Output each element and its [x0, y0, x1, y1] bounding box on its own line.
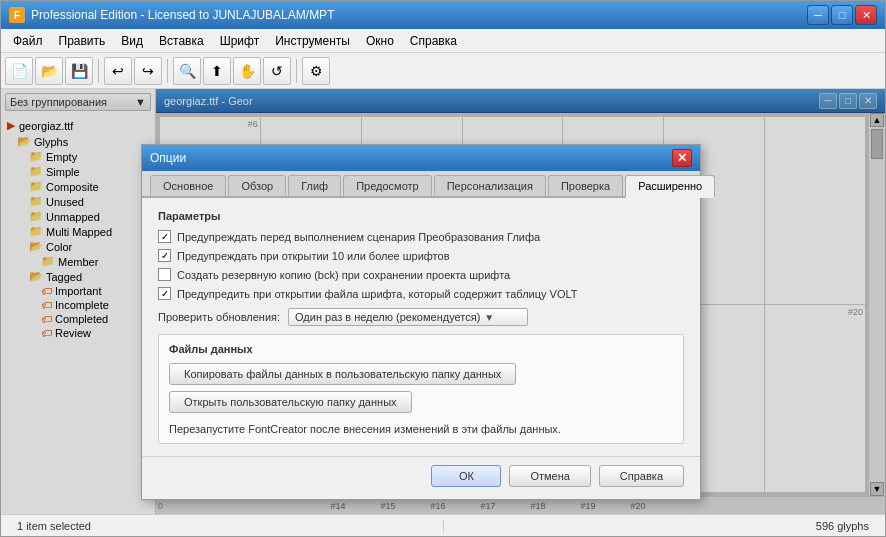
app-icon: F — [9, 7, 25, 23]
new-button[interactable]: 📄 — [5, 57, 33, 85]
window-close-button[interactable]: ✕ — [855, 5, 877, 25]
menu-insert[interactable]: Вставка — [151, 32, 212, 50]
dialog-title: Опции — [150, 151, 672, 165]
dialog-footer: ОК Отмена Справка — [142, 456, 700, 499]
checkbox-label-1: Предупреждать перед выполнением сценария… — [177, 231, 540, 243]
tab-preview[interactable]: Предосмотр — [343, 175, 432, 196]
checkbox-label-4: Предупредить при открытии файла шрифта, … — [177, 288, 578, 300]
checkbox-row-1: Предупреждать перед выполнением сценария… — [158, 230, 684, 243]
redo-button[interactable]: ↪ — [134, 57, 162, 85]
data-files-section: Файлы данных Копировать файлы данных в п… — [158, 334, 684, 444]
restart-notice: Перезапустите FontCreator после внесения… — [169, 423, 673, 435]
tab-personalization[interactable]: Персонализация — [434, 175, 546, 196]
tab-basic[interactable]: Основное — [150, 175, 226, 196]
menu-bar: Файл Править Вид Вставка Шрифт Инструмен… — [1, 29, 885, 53]
minimize-button[interactable]: ─ — [807, 5, 829, 25]
tab-overview[interactable]: Обзор — [228, 175, 286, 196]
check-update-dropdown[interactable]: Один раз в неделю (рекомендуется) ▼ — [288, 308, 528, 326]
data-files-title: Файлы данных — [169, 343, 673, 355]
main-window: F Professional Edition - Licensed to JUN… — [0, 0, 886, 537]
menu-font[interactable]: Шрифт — [212, 32, 267, 50]
pan-button[interactable]: ✋ — [233, 57, 261, 85]
checkbox-1[interactable] — [158, 230, 171, 243]
toolbar-separator-3 — [296, 59, 297, 83]
dialog-tabs: Основное Обзор Глиф Предосмотр Персонали… — [142, 171, 700, 198]
cancel-button[interactable]: Отмена — [509, 465, 590, 487]
checkbox-label-2: Предупреждать при открытии 10 или более … — [177, 250, 450, 262]
status-selected: 1 item selected — [9, 520, 444, 532]
save-button[interactable]: 💾 — [65, 57, 93, 85]
dialog-close-button[interactable]: ✕ — [672, 149, 692, 167]
help-button[interactable]: Справка — [599, 465, 684, 487]
maximize-button[interactable]: □ — [831, 5, 853, 25]
check-update-label: Проверить обновления: — [158, 311, 280, 323]
checkbox-row-3: Создать резервную копию (bck) при сохран… — [158, 268, 684, 281]
content-area: Без группирования ▼ ▶ georgiaz.ttf 📂 Gly… — [1, 89, 885, 514]
checkbox-row-4: Предупредить при открытии файла шрифта, … — [158, 287, 684, 300]
params-section-title: Параметры — [158, 210, 684, 222]
check-update-value: Один раз в неделю (рекомендуется) — [295, 311, 480, 323]
toolbar-separator-2 — [167, 59, 168, 83]
dialog-title-bar: Опции ✕ — [142, 145, 700, 171]
checkbox-3[interactable] — [158, 268, 171, 281]
dialog-body: Параметры Предупреждать перед выполнение… — [142, 198, 700, 456]
open-data-folder-button[interactable]: Открыть пользовательскую папку данных — [169, 391, 412, 413]
status-total: 596 glyphs — [444, 520, 878, 532]
toolbar: 📄 📂 💾 ↩ ↪ 🔍 ⬆ ✋ ↺ ⚙ — [1, 53, 885, 89]
checkbox-row-2: Предупреждать при открытии 10 или более … — [158, 249, 684, 262]
check-update-row: Проверить обновления: Один раз в неделю … — [158, 308, 684, 326]
menu-window[interactable]: Окно — [358, 32, 402, 50]
menu-tools[interactable]: Инструменты — [267, 32, 358, 50]
dropdown-arrow-icon: ▼ — [484, 312, 494, 323]
undo-button[interactable]: ↩ — [104, 57, 132, 85]
checkbox-label-3: Создать резервную копию (bck) при сохран… — [177, 269, 510, 281]
window-title: Professional Edition - Licensed to JUNLA… — [31, 8, 807, 22]
tab-advanced[interactable]: Расширенно — [625, 175, 715, 198]
menu-view[interactable]: Вид — [113, 32, 151, 50]
window-controls: ─ □ ✕ — [807, 5, 877, 25]
checkbox-4[interactable] — [158, 287, 171, 300]
status-bar: 1 item selected 596 glyphs — [1, 514, 885, 536]
checkbox-2[interactable] — [158, 249, 171, 262]
options-dialog: Опции ✕ Основное Обзор Глиф Предосмотр П… — [141, 144, 701, 500]
menu-edit[interactable]: Править — [51, 32, 114, 50]
zoom-button[interactable]: 🔍 — [173, 57, 201, 85]
open-button[interactable]: 📂 — [35, 57, 63, 85]
menu-file[interactable]: Файл — [5, 32, 51, 50]
ok-button[interactable]: ОК — [431, 465, 501, 487]
settings-button[interactable]: ⚙ — [302, 57, 330, 85]
tab-check[interactable]: Проверка — [548, 175, 623, 196]
title-bar: F Professional Edition - Licensed to JUN… — [1, 1, 885, 29]
tab-glyph[interactable]: Глиф — [288, 175, 341, 196]
toolbar-separator-1 — [98, 59, 99, 83]
rotate-button[interactable]: ↺ — [263, 57, 291, 85]
copy-data-files-button[interactable]: Копировать файлы данных в пользовательск… — [169, 363, 516, 385]
pointer-button[interactable]: ⬆ — [203, 57, 231, 85]
dialog-overlay: Опции ✕ Основное Обзор Глиф Предосмотр П… — [1, 89, 885, 514]
menu-help[interactable]: Справка — [402, 32, 465, 50]
